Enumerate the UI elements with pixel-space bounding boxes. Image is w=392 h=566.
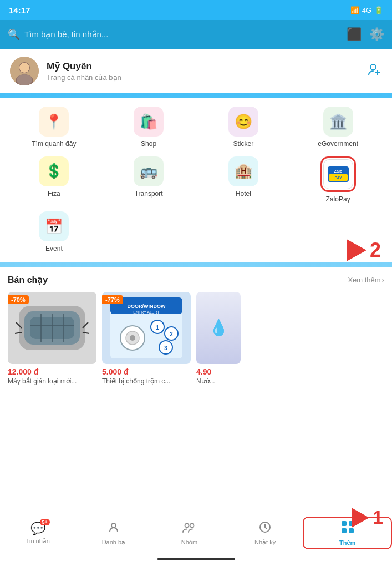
app-label-event: Event: [45, 245, 63, 254]
network-type: 4G: [362, 6, 371, 14]
tab-item-danh-ba[interactable]: Danh bạ: [76, 520, 152, 546]
app-label-tim-quanh-day: Tìm quanh đây: [32, 140, 76, 149]
tab-icon-danh-ba: [107, 520, 120, 537]
tab-label-tin-nhan: Tin nhắn: [26, 538, 50, 545]
product-price-1: 12.000 đ: [8, 367, 96, 376]
tab-icon-nhom: [182, 520, 196, 537]
app-icon-shop: 🛍️: [134, 107, 164, 137]
product-price-3: 4.90: [196, 367, 241, 376]
svg-text:ENTRY ALERT: ENTRY ALERT: [133, 310, 160, 314]
app-grid-row2: 💲 Fiza 🚌 Transport 🏨 Hotel Zalo: [7, 156, 385, 204]
app-label-egovernment: eGovernment: [318, 140, 358, 149]
xem-them-link[interactable]: Xem thêm ›: [348, 276, 384, 284]
svg-rect-43: [349, 528, 354, 533]
annotation-arrow-1: 1: [352, 507, 383, 528]
product-card-3[interactable]: 💧 4.90 Nướ...: [196, 292, 241, 385]
avatar[interactable]: [10, 57, 39, 85]
svg-point-37: [185, 524, 189, 528]
app-grid-row3: 📅 Event: [7, 211, 385, 254]
search-input-area[interactable]: 🔍 Tìm bạn bè, tin nhắn...: [8, 28, 341, 41]
tab-label-danh-ba: Danh bạ: [102, 539, 125, 546]
product-image-1: -70%: [8, 292, 96, 364]
content-wrapper: Mỹ Quyên Trang cá nhân của bạn 📍 Tìm qua…: [0, 49, 392, 516]
profile-section: Mỹ Quyên Trang cá nhân của bạn: [0, 49, 392, 93]
ban-chay-title: Bán chạy: [8, 275, 48, 285]
svg-text:1: 1: [156, 325, 159, 331]
search-placeholder: Tìm bạn bè, tin nhắn...: [24, 29, 108, 39]
svg-point-36: [111, 523, 116, 528]
arrow-1-shape: [352, 508, 369, 528]
app-icon-zalopay: Zalo PAY: [323, 159, 353, 189]
tab-label-them: Thêm: [339, 539, 355, 546]
app-label-transport: Transport: [135, 190, 163, 199]
svg-rect-42: [342, 528, 347, 533]
chevron-right-icon: ›: [382, 276, 384, 284]
app-grid-section: 📍 Tìm quanh đây 🛍️ Shop 😊 Sticker 🏛️ eGo…: [0, 98, 392, 262]
annotation-2-number: 2: [370, 239, 381, 262]
app-label-fiza: Fiza: [48, 190, 60, 199]
qr-code-icon[interactable]: ⬛: [347, 27, 362, 42]
app-grid-row1: 📍 Tìm quanh đây 🛍️ Shop 😊 Sticker 🏛️ eGo…: [7, 107, 385, 149]
tab-icon-nhat-ky: [258, 520, 272, 537]
status-icons: 📶 4G 🔋: [350, 6, 383, 14]
app-item-transport[interactable]: 🚌 Transport: [101, 156, 196, 204]
ban-chay-section: Bán chạy Xem thêm ›: [0, 267, 392, 516]
svg-text:DOOR/WINDOW: DOOR/WINDOW: [128, 304, 166, 309]
app-item-hotel[interactable]: 🏨 Hotel: [196, 156, 291, 204]
svg-point-4: [17, 74, 32, 85]
profile-name: Mỹ Quyên: [47, 60, 121, 72]
app-icon-event: 📅: [39, 211, 69, 241]
tab-item-nhom[interactable]: Nhóm: [151, 520, 227, 545]
app-item-shop[interactable]: 🛍️ Shop: [101, 107, 196, 149]
svg-text:PAY: PAY: [334, 176, 342, 180]
zalopay-highlight-border: Zalo PAY: [320, 156, 356, 192]
battery-icon: 🔋: [374, 6, 383, 14]
svg-point-3: [19, 63, 29, 73]
app-item-event[interactable]: 📅 Event: [7, 211, 101, 254]
app-item-fiza[interactable]: 💲 Fiza: [7, 156, 101, 204]
app-item-tim-quanh-day[interactable]: 📍 Tìm quanh đây: [7, 107, 101, 149]
profile-left: Mỹ Quyên Trang cá nhân của bạn: [10, 57, 121, 85]
product-card-1[interactable]: -70% 12.000 đ Máy bắt gián loại mới...: [8, 292, 96, 385]
product-price-2: 5.000 đ: [102, 367, 191, 376]
home-indicator-bar: [0, 554, 392, 566]
signal-icon: 📶: [350, 6, 359, 14]
product-name-3: Nướ...: [196, 377, 241, 385]
product-partial-visual: 💧: [196, 292, 241, 364]
product-list: -70% 12.000 đ Máy bắt gián loại mới... D…: [8, 292, 384, 385]
app-item-sticker[interactable]: 😊 Sticker: [196, 107, 291, 149]
app-item-zalopay[interactable]: Zalo PAY ZaloPay: [291, 156, 385, 204]
status-bar: 14:17 📶 4G 🔋: [0, 0, 392, 20]
app-icon-sticker: 😊: [228, 107, 258, 137]
tab-item-nhat-ky[interactable]: Nhật ký: [227, 520, 303, 546]
app-icon-fiza: 💲: [39, 156, 69, 186]
app-icon-transport: 🚌: [134, 156, 164, 186]
app-label-hotel: Hotel: [236, 190, 251, 199]
svg-text:3: 3: [164, 345, 167, 351]
tab-label-nhom: Nhóm: [181, 539, 197, 545]
svg-point-38: [190, 524, 194, 528]
svg-point-5: [370, 64, 376, 70]
app-item-egovernment[interactable]: 🏛️ eGovernment: [291, 107, 385, 149]
profile-info: Mỹ Quyên Trang cá nhân của bạn: [47, 60, 121, 82]
search-icon: 🔍: [8, 28, 20, 41]
app-icon-egovernment: 🏛️: [323, 107, 353, 137]
app-label-zalopay: ZaloPay: [326, 195, 350, 204]
app-icon-tim-quanh-day: 📍: [39, 107, 69, 137]
product-name-1: Máy bắt gián loại mới...: [8, 377, 96, 385]
tab-icon-tin-nhan: 💬 5+: [30, 522, 45, 536]
tab-badge-tin-nhan: 5+: [40, 519, 50, 525]
app-label-sticker: Sticker: [233, 140, 254, 149]
discount-badge-1: -70%: [8, 295, 29, 304]
app-icon-hotel: 🏨: [228, 156, 258, 186]
product-card-2[interactable]: DOOR/WINDOW ENTRY ALERT 1 2: [102, 292, 191, 385]
tab-item-tin-nhan[interactable]: 💬 5+ Tin nhắn: [0, 522, 76, 545]
svg-rect-40: [342, 521, 347, 526]
ban-chay-header: Bán chạy Xem thêm ›: [8, 275, 384, 285]
svg-text:Zalo: Zalo: [334, 169, 342, 173]
home-indicator: [157, 558, 235, 560]
add-friend-icon[interactable]: [366, 62, 382, 80]
profile-subtitle: Trang cá nhân của bạn: [47, 73, 121, 82]
settings-icon[interactable]: ⚙️: [369, 27, 384, 42]
status-time: 14:17: [9, 6, 30, 15]
